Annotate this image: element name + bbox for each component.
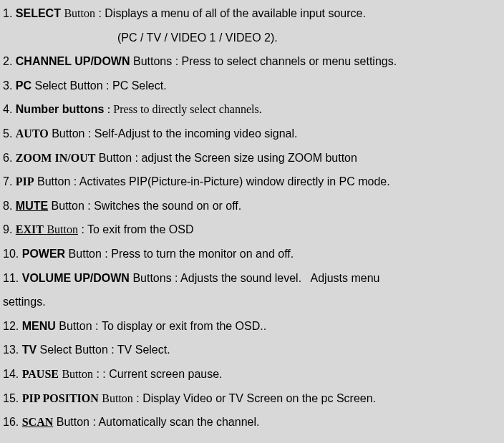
list-item-continuation: settings. [3,290,501,314]
item-desc: : Press to select channels or menu setti… [175,55,397,67]
item-desc: : [105,248,111,260]
item-num: 15. [3,392,19,404]
button-label: Button [52,200,84,212]
list-item: 1. SELECT Button : Displays a menu of al… [3,1,501,26]
button-name: VOLUME UP/DOWN [22,272,130,284]
list-item: 11. VOLUME UP/DOWN Buttons : Adjusts the… [3,266,501,291]
item-desc: : adjust the Screen size using ZOOM butt… [135,152,357,164]
item-num: 3. [3,79,12,92]
item-num: 14. [3,368,19,380]
button-label: Buttons [133,55,172,67]
item-num: 11. [3,272,19,284]
list-item: 9. EXIT Button : To exit from the OSD [3,218,501,242]
button-label: Button [47,223,78,235]
list-item: 7. PIP Button : Activates PIP(Picture-in… [3,170,501,194]
button-name: PC [16,79,32,92]
item-desc: : Automatically scan the channel. [92,416,259,428]
item-text: (PC / TV / VIDEO 1 / VIDEO 2). [117,31,278,44]
button-name: SELECT [16,7,61,19]
list-item: 3. PC Select Button : PC Select. [3,74,501,98]
button-name: ZOOM IN/OUT [16,152,96,164]
button-label: Select Button [34,79,102,92]
button-label: Button [64,7,95,19]
list-item: 2. CHANNEL UP/DOWN Buttons : Press to se… [3,49,501,74]
item-desc: : Switches the sound on or off. [87,200,241,212]
button-name: EXIT [16,223,44,235]
list-item: 12. MENU Button : To display or exit fro… [3,314,501,339]
item-num: 6. [3,152,12,164]
item-desc: : TV Select. [111,344,170,356]
list-item: 15. PIP POSITION Button : Display Video … [3,386,501,411]
button-label: Select Button [40,344,108,356]
button-name: Number buttons [16,103,105,115]
item-desc: : Adjusts the sound level. Adjusts menu [175,272,379,284]
item-num: 16. [3,416,19,428]
item-num: 2. [3,55,12,67]
button-label: Button [99,152,132,164]
item-num: 1. [3,7,12,19]
item-num: 9. [3,223,12,235]
item-num: 7. [3,175,12,188]
list-item: 4. Number buttons : Press to directly se… [3,97,501,122]
item-desc: : To exit from the OSD [81,223,193,235]
button-label: Button [59,320,92,332]
item-desc: : Press to directly select channels. [107,103,262,115]
item-desc: : Activates PIP(Picture-in-Picture) wind… [74,175,390,188]
button-name: PIP [16,175,34,188]
button-name: SCAN [22,416,54,428]
button-name: AUTO [16,127,49,140]
item-desc-extra: Press to turn the monitor on and off. [111,248,294,260]
button-label: Button [57,416,89,428]
list-item: 10. POWER Button : Press to turn the mon… [3,242,501,266]
button-label: Button [69,248,102,260]
button-name: CHANNEL UP/DOWN [16,55,130,67]
list-item: 6. ZOOM IN/OUT Button : adjust the Scree… [3,146,501,170]
button-label: Button [62,368,93,380]
button-name: POWER [22,248,65,260]
item-num: 13. [3,344,19,356]
button-name: PAUSE [22,368,59,380]
button-label: Button [102,392,133,404]
item-desc-extra: To display or exit from the OSD. [102,320,263,332]
item-num: 12. [3,320,19,332]
button-name: MENU [22,320,56,332]
document-content: 1. SELECT Button : Displays a menu of al… [0,0,504,436]
list-item-indent: (PC / TV / VIDEO 1 / VIDEO 2). [3,26,501,50]
item-num: 5. [3,127,12,140]
button-name: MUTE [16,200,48,212]
button-label: Button [37,175,70,188]
item-desc: : Display Video or TV Screen on the pc S… [136,392,376,404]
item-desc: : PC Select. [106,79,166,92]
button-name: PIP POSITION [22,392,99,404]
list-item: 5. AUTO Button : Self-Adjust to the inco… [3,122,501,146]
item-desc: : : Current screen pause. [96,368,222,380]
item-num: 8. [3,200,12,212]
list-item: 14. PAUSE Button : : Current screen paus… [3,362,501,386]
item-desc: : Displays a menu of all of the availabl… [98,7,366,19]
list-item: 16. SCAN Button : Automatically scan the… [3,410,501,434]
item-text: settings. [3,296,46,308]
list-item: 13. TV Select Button : TV Select. [3,338,501,362]
list-item: 8. MUTE Button : Switches the sound on o… [3,194,501,218]
item-desc-suffix: . [263,320,266,332]
button-label: Buttons [132,272,171,284]
button-label: Button [52,127,84,140]
button-name: TV [22,344,37,356]
item-num: 4. [3,103,12,115]
item-desc: : [95,320,102,332]
item-num: 10. [3,248,19,260]
item-desc: : Self-Adjust to the incoming video sign… [88,127,298,140]
